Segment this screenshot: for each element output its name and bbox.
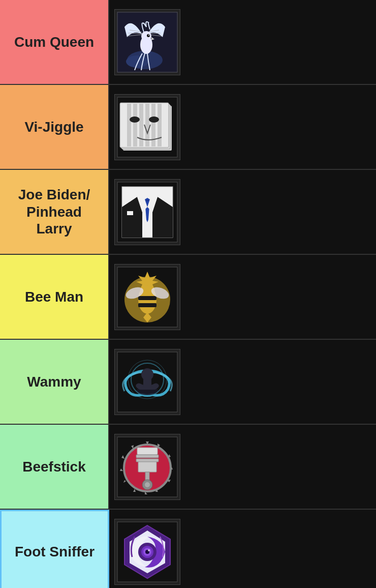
tier-content-s [109, 0, 376, 84]
svg-rect-50 [137, 448, 158, 455]
svg-rect-36 [138, 303, 156, 307]
svg-point-63 [148, 549, 150, 551]
svg-rect-21 [139, 104, 143, 146]
svg-rect-19 [127, 104, 131, 146]
svg-rect-24 [158, 104, 162, 146]
tier-row-s: Cum Queen [0, 0, 376, 85]
svg-point-10 [141, 31, 151, 41]
tier-row-f: Foot Sniffer [0, 510, 376, 588]
svg-rect-52 [136, 459, 159, 462]
tier-content-a [109, 85, 376, 169]
svg-point-43 [141, 368, 153, 380]
svg-rect-53 [138, 462, 156, 472]
tier-row-c: Bee Man [0, 255, 376, 340]
svg-point-25 [130, 116, 140, 123]
tier-label-b: Joe Biden/PinheadLarry [0, 170, 109, 254]
tier-label-c: Bee Man [0, 255, 109, 339]
svg-point-26 [149, 116, 159, 123]
tier-label-d: Wammy [0, 340, 109, 424]
icon-wammy [114, 349, 180, 415]
svg-point-56 [145, 482, 150, 487]
icon-cum-queen [114, 9, 180, 75]
tier-list: Cum Queen [0, 0, 376, 588]
tier-row-d: Wammy [0, 340, 376, 425]
svg-rect-20 [133, 104, 137, 146]
tier-content-e [109, 425, 376, 509]
tier-row-b: Joe Biden/PinheadLarry [0, 170, 376, 255]
tier-label-a: Vi-Jiggle [0, 85, 109, 169]
svg-rect-30 [127, 211, 133, 215]
tier-label-s: Cum Queen [0, 0, 109, 84]
icon-bee-man [114, 264, 180, 330]
svg-rect-35 [138, 296, 156, 300]
svg-point-12 [148, 35, 149, 36]
icon-foot-sniffer [114, 519, 180, 585]
svg-point-11 [147, 34, 150, 37]
tier-label-f: Foot Sniffer [0, 510, 109, 588]
svg-rect-51 [136, 455, 159, 458]
icon-beefstick [114, 434, 180, 500]
tier-content-f [109, 510, 376, 588]
tier-label-e: Beefstick [0, 425, 109, 509]
tier-row-e: Beefstick [0, 425, 376, 510]
icon-joe-biden [114, 179, 180, 245]
tier-content-d [109, 340, 376, 424]
tier-content-b [109, 170, 376, 254]
svg-point-2 [126, 55, 148, 68]
icon-vi-jiggle [114, 94, 180, 160]
tier-content-c [109, 255, 376, 339]
tier-row-a: Vi-Jiggle [0, 85, 376, 170]
